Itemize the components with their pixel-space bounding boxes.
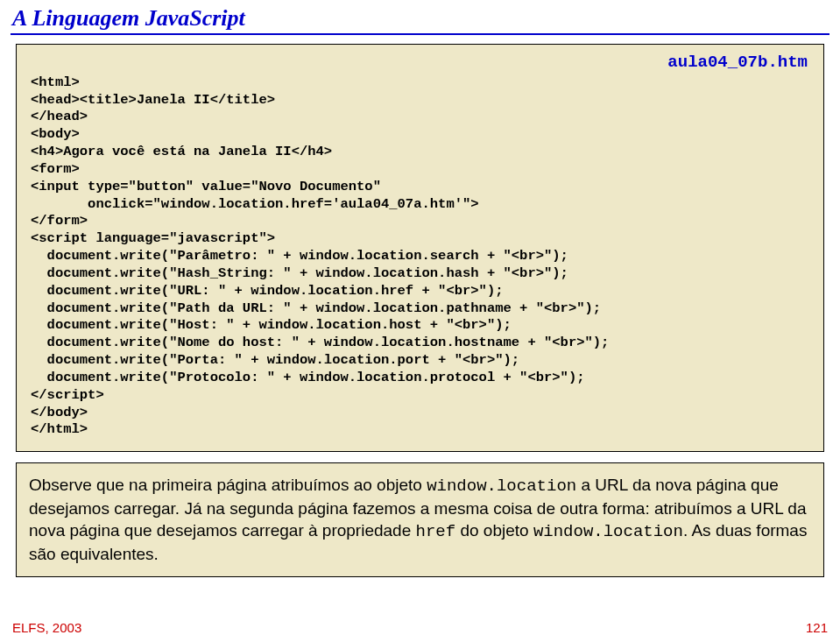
code-line: <h4>Agora você está na Janela II</h4> bbox=[31, 144, 332, 159]
code-line: onclick="window.location.href='aula04_07… bbox=[31, 196, 479, 212]
code-line: </head> bbox=[31, 109, 88, 124]
code-line: document.write("Nome do host: " + window… bbox=[31, 335, 609, 350]
code-line: document.write("Path da URL: " + window.… bbox=[31, 300, 601, 316]
code-line: <body> bbox=[31, 126, 80, 142]
page-title: A Linguagem JavaScript bbox=[0, 0, 840, 33]
note-mono: href bbox=[416, 522, 456, 541]
code-line: document.write("Protocolo: " + window.lo… bbox=[31, 370, 585, 385]
note-mono: window.location bbox=[533, 522, 683, 541]
note-block: Observe que na primeira página atribuímo… bbox=[16, 462, 824, 576]
code-line: <form> bbox=[31, 161, 80, 177]
footer: ELFS, 2003 121 bbox=[12, 620, 828, 635]
code-line: document.write("Host: " + window.locatio… bbox=[31, 317, 512, 333]
code-line: <input type="button" value="Novo Documen… bbox=[31, 179, 381, 194]
code-line: </script> bbox=[31, 387, 104, 403]
title-underline bbox=[11, 33, 829, 35]
page-number: 121 bbox=[806, 620, 828, 635]
code-line: </html> bbox=[31, 421, 88, 437]
code-line: <head><title>Janela II</title> bbox=[31, 92, 275, 108]
code-line: document.write("URL: " + window.location… bbox=[31, 283, 504, 299]
code-line: </form> bbox=[31, 213, 88, 229]
code-line: document.write("Parâmetro: " + window.lo… bbox=[31, 248, 568, 264]
code-block: aula04_07b.htm<html> <head><title>Janela… bbox=[16, 44, 824, 452]
footer-left: ELFS, 2003 bbox=[12, 620, 81, 635]
file-label: aula04_07b.htm bbox=[667, 52, 808, 73]
code-line: document.write("Porta: " + window.locati… bbox=[31, 352, 519, 368]
note-text: Observe que na primeira página atribuímo… bbox=[29, 476, 427, 494]
code-line: <script language="javascript"> bbox=[31, 230, 275, 246]
code-line: </body> bbox=[31, 405, 88, 420]
note-mono: window.location bbox=[427, 476, 576, 496]
code-line: document.write("Hash_String: " + window.… bbox=[31, 265, 568, 281]
code-line: <html> bbox=[31, 74, 80, 90]
note-text: do objeto bbox=[455, 521, 533, 540]
